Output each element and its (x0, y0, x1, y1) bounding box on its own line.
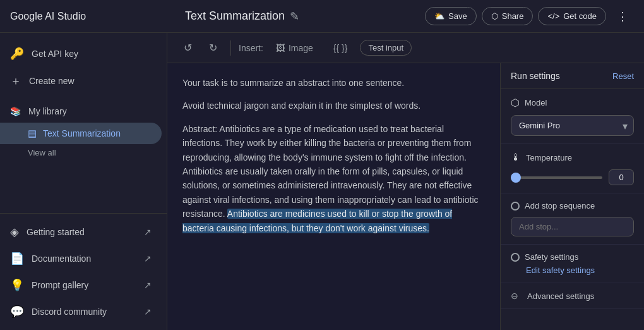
sidebar-item-discord[interactable]: 💬 Discord community ↗ (0, 298, 162, 325)
my-library-section: 📚 My library ▤ Text Summarization View a… (0, 97, 167, 161)
text-summarization-label: Text Summarization (43, 128, 121, 138)
edit-icon[interactable]: ✎ (290, 9, 299, 23)
run-settings-header: Run settings Reset (501, 63, 644, 89)
reset-button[interactable]: Reset (612, 71, 634, 81)
safety-label: Safety settings (525, 252, 578, 262)
editor-paragraph: Abstract: Antibiotics are a type of medi… (182, 122, 485, 235)
text-summarization-icon: ▤ (28, 128, 37, 139)
advanced-section: ⊖ Advanced settings (501, 283, 644, 309)
create-new-label: Create new (29, 76, 75, 86)
save-button[interactable]: ⛅ Save (425, 7, 477, 25)
image-label: Image (289, 43, 313, 53)
my-library-header[interactable]: 📚 My library (0, 100, 167, 123)
temperature-icon: 🌡 (511, 152, 521, 163)
toolbar-divider (230, 40, 231, 56)
app-brand: Google AI Studio (10, 11, 177, 22)
code-icon: </> (547, 11, 559, 21)
create-new-icon: ＋ (10, 73, 21, 89)
sidebar-item-text-summarization[interactable]: ▤ Text Summarization (0, 123, 162, 144)
api-key-label: Get API key (32, 49, 78, 59)
save-label: Save (448, 11, 467, 21)
insert-image-button[interactable]: 🖼 Image (268, 39, 321, 57)
prompt-gallery-icon: 💡 (10, 278, 24, 292)
safety-header[interactable]: Safety settings (511, 252, 634, 262)
test-input-chip[interactable]: Test input (360, 40, 412, 56)
app-header: Google AI Studio Text Summarization ✎ ⛅ … (0, 0, 644, 33)
get-code-button[interactable]: </> Get code (538, 7, 606, 25)
sidebar-item-prompt-gallery[interactable]: 💡 Prompt gallery ↗ (0, 272, 162, 298)
getting-started-label: Getting started (27, 227, 85, 237)
edit-safety-link[interactable]: Edit safety settings (526, 266, 634, 275)
more-menu-button[interactable]: ⋮ (611, 5, 634, 28)
paragraph-normal: Abstract: Antibiotics are a type of medi… (182, 124, 479, 219)
stop-sequence-input[interactable] (511, 217, 634, 236)
temperature-slider-area: 0 (511, 169, 634, 185)
editor-line1: Your task is to summarize an abstract in… (182, 76, 485, 90)
sidebar-bottom: ◈ Getting started ↗ 📄 Documentation ↗ 💡 … (0, 213, 167, 325)
image-icon: 🖼 (276, 43, 285, 53)
external-link-icon-1: ↗ (144, 227, 152, 237)
save-icon: ⛅ (434, 11, 444, 21)
sidebar: 🔑 Get API key ＋ Create new 📚 My library … (0, 33, 167, 330)
header-title-area: Text Summarization ✎ (185, 9, 417, 23)
model-label-row: ⬡ Model (511, 97, 634, 109)
header-actions: ⛅ Save ⬡ Share </> Get code ⋮ (425, 5, 634, 28)
test-input-label: Test input (368, 43, 403, 52)
sidebar-item-create-new[interactable]: ＋ Create new (0, 67, 162, 95)
sidebar-item-documentation[interactable]: 📄 Documentation ↗ (0, 245, 162, 272)
main-layout: 🔑 Get API key ＋ Create new 📚 My library … (0, 33, 644, 330)
safety-section: Safety settings Edit safety settings (501, 245, 644, 283)
redo-button[interactable]: ↻ (203, 38, 223, 58)
advanced-label: Advanced settings (527, 291, 594, 301)
toolbar: ↺ ↻ Insert: 🖼 Image {{ }} Test input (167, 33, 644, 63)
model-label: Model (525, 98, 547, 107)
view-all-label: View all (28, 148, 56, 157)
insert-label: Insert: (239, 43, 263, 53)
model-section: ⬡ Model Gemini Pro Gemini Pro Vision Gem… (501, 89, 644, 144)
sidebar-top-section: 🔑 Get API key ＋ Create new (0, 38, 167, 97)
undo-button[interactable]: ↺ (177, 38, 198, 58)
content-area: ↺ ↻ Insert: 🖼 Image {{ }} Test input You… (167, 33, 644, 330)
share-icon: ⬡ (491, 11, 498, 21)
document-title: Text Summarization (185, 9, 285, 23)
discord-label: Discord community (32, 307, 107, 317)
model-select[interactable]: Gemini Pro Gemini Pro Vision Gemini Ultr… (511, 115, 634, 136)
sidebar-item-getting-started[interactable]: ◈ Getting started ↗ (0, 219, 162, 245)
share-button[interactable]: ⬡ Share (482, 7, 534, 25)
model-select-wrapper: Gemini Pro Gemini Pro Vision Gemini Ultr… (511, 115, 634, 136)
editor-main[interactable]: Your task is to summarize an abstract in… (167, 63, 500, 330)
toolbar-chips: Test input (360, 40, 412, 56)
editor-line2: Avoid technical jargon and explain it in… (182, 99, 485, 113)
insert-variable-button[interactable]: {{ }} (326, 39, 355, 57)
editor-panel: Your task is to summarize an abstract in… (167, 63, 644, 330)
temperature-label-row: 🌡 Temperature (511, 152, 634, 163)
advanced-expand-icon: ⊖ (511, 291, 518, 301)
external-link-icon-4: ↗ (144, 307, 152, 317)
model-icon: ⬡ (511, 97, 520, 109)
documentation-icon: 📄 (10, 252, 24, 266)
run-settings-title: Run settings (511, 71, 560, 81)
share-label: Share (502, 11, 524, 21)
stop-sequence-section: Add stop sequence (501, 193, 644, 245)
temperature-slider[interactable] (511, 176, 602, 179)
prompt-gallery-label: Prompt gallery (32, 280, 88, 290)
view-all-link[interactable]: View all (0, 144, 167, 161)
variable-label: {{ }} (333, 43, 348, 53)
safety-icon (511, 253, 520, 262)
discord-icon: 💬 (10, 305, 24, 319)
temperature-section: 🌡 Temperature 0 (501, 144, 644, 193)
temperature-value: 0 (609, 169, 634, 185)
getting-started-icon: ◈ (10, 225, 19, 239)
api-key-icon: 🔑 (10, 47, 24, 61)
external-link-icon-3: ↗ (144, 280, 152, 290)
advanced-header[interactable]: ⊖ Advanced settings (511, 291, 634, 301)
stop-sequence-icon (511, 202, 520, 211)
library-icon: 📚 (10, 106, 21, 116)
documentation-label: Documentation (32, 254, 91, 264)
sidebar-item-api-key[interactable]: 🔑 Get API key (0, 40, 162, 67)
temperature-label: Temperature (526, 153, 572, 162)
stop-sequence-label: Add stop sequence (525, 201, 595, 211)
my-library-label: My library (28, 106, 67, 116)
run-settings-panel: Run settings Reset ⬡ Model Gemini Pro Ge… (500, 63, 644, 330)
external-link-icon-2: ↗ (144, 254, 152, 264)
